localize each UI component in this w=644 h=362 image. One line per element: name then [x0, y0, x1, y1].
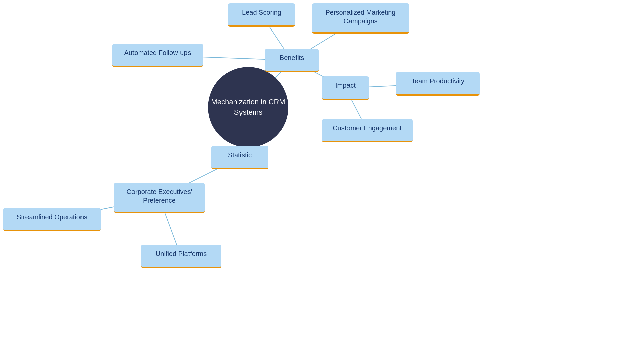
center-node: Mechanization in CRM Systems [208, 67, 288, 147]
node-statistic: Statistic [211, 146, 268, 169]
node-lead-scoring: Lead Scoring [228, 3, 295, 27]
node-streamlined-operations: Streamlined Operations [3, 208, 101, 231]
node-personalized-marketing: Personalized Marketing Campaigns [312, 3, 409, 34]
node-team-productivity: Team Productivity [396, 72, 480, 96]
node-benefits: Benefits [265, 49, 319, 72]
node-corporate-executives: Corporate Executives' Preference [114, 183, 205, 213]
mindmap-svg [0, 0, 644, 362]
node-automated-followups: Automated Follow-ups [112, 44, 203, 67]
node-unified-platforms: Unified Platforms [141, 245, 221, 268]
center-label: Mechanization in CRM Systems [211, 97, 285, 118]
node-impact: Impact [322, 76, 369, 100]
node-customer-engagement: Customer Engagement [322, 119, 413, 142]
